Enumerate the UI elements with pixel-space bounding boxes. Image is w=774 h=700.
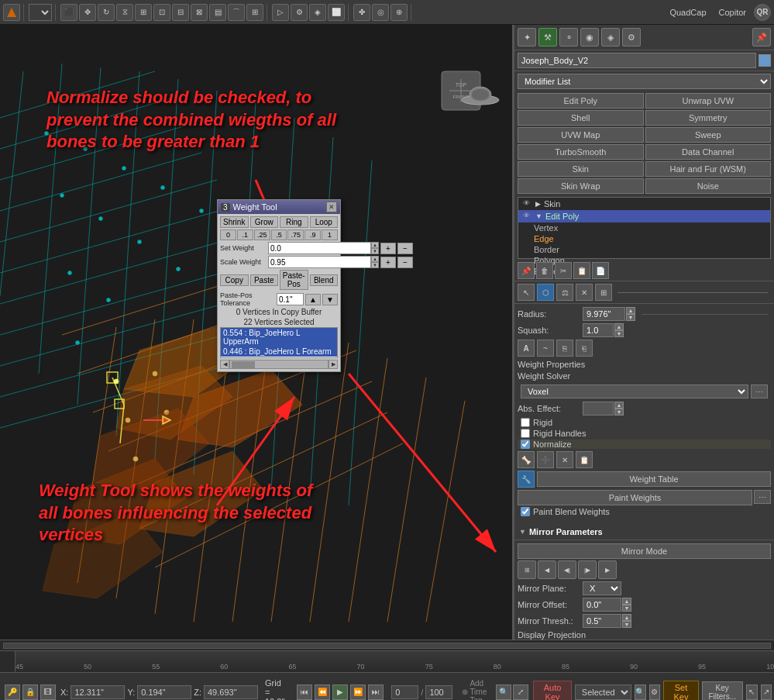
wt-tolerance-down[interactable]: ▼ [322,294,338,305]
weight-table-btn[interactable]: Weight Table [537,471,771,487]
snap2-btn[interactable]: ◎ [372,4,389,21]
select-tool-btn[interactable]: ⬛ [60,4,77,21]
curve-btn[interactable]: ⌒ [228,4,245,21]
app-logo[interactable] [3,4,20,21]
rp-stack-pin-btn[interactable]: 📌 [518,262,535,279]
status-icon-anim[interactable]: 🎞 [40,684,56,700]
wt-copy-btn[interactable]: Copy [220,274,249,286]
rp-utilities-icon[interactable]: ⚙ [622,28,641,47]
rp-mirror-nav-2[interactable]: ◀ [538,560,556,579]
tc-next-frame[interactable]: ⏩ [350,684,366,700]
rp-modifier-dropdown[interactable]: Modifier List [518,74,771,89]
bone-icon-2[interactable]: ➕ [537,451,554,468]
rp-rigid-checkbox[interactable] [521,418,530,427]
rp-normalize-checkbox[interactable] [521,440,530,449]
rp-stack-edge[interactable]: Edge [518,233,770,244]
rp-mod-btn-uvw-map[interactable]: UVW Map [518,127,644,143]
rp-mod-btn-hair-fur[interactable]: Hair and Fur (WSM) [645,161,772,177]
rp-radius-down[interactable]: ▼ [626,314,635,321]
timeline-scroll-track[interactable] [3,643,771,649]
wt-num-25[interactable]: .25 [254,229,270,240]
rp-mod-btn-skin[interactable]: Skin [518,161,644,177]
skin-param-icon-table[interactable]: ⊞ [595,284,612,301]
rp-skin-eye[interactable]: 👁 [523,199,532,209]
wt-num-1[interactable]: .1 [237,229,253,240]
wt-loop-btn[interactable]: Loop [310,216,339,228]
wt-num-5[interactable]: .5 [271,229,287,240]
rp-mod-btn-skin-wrap[interactable]: Skin Wrap [518,178,644,194]
material-btn[interactable]: ◈ [309,4,326,21]
tc-prev-frame[interactable]: ⏪ [315,684,330,700]
wt-grow-btn[interactable]: Grow [250,216,279,228]
rotate-tool-btn[interactable]: ↻ [98,4,115,21]
wt-scale-weight-up[interactable]: ▲ [371,256,379,262]
rp-mirror-params-header[interactable]: ▼ Mirror Parameters [514,524,774,540]
wt-tolerance-up[interactable]: ▲ [305,294,321,305]
status-selected-dropdown[interactable]: Selected [575,684,631,700]
nav-zoom[interactable]: 🔍 [496,684,511,700]
rp-stack-copy-btn[interactable]: 📋 [573,262,590,279]
rp-stack-vertex[interactable]: Vertex [518,222,770,233]
render-frame-btn[interactable]: ⬜ [328,4,345,21]
rp-mirror-offset-up[interactable]: ▲ [622,598,631,605]
ribbon-btn[interactable]: ⊞ [246,4,263,21]
status-settings-icon[interactable]: ⚙ [649,684,661,700]
wt-bone-listbox[interactable]: 0.554 : Bip_JoeHero L UpperArm 0.446 : B… [220,327,338,358]
wt-set-weight-input[interactable] [268,242,371,254]
rp-paint-weights-options[interactable]: ⋯ [754,490,771,504]
array-btn[interactable]: ⊟ [172,4,189,21]
rp-create-icon[interactable]: ✦ [518,28,536,47]
tc-go-end[interactable]: ⏭ [368,684,384,700]
rp-mod-btn-noise[interactable]: Noise [645,178,772,194]
rp-stack-cut-btn[interactable]: ✂ [555,262,572,279]
rp-stack-del-btn[interactable]: 🗑 [536,262,553,279]
rp-mod-btn-edit-poly[interactable]: Edit Poly [518,93,644,109]
rp-paint-weights-btn[interactable]: Paint Weights [518,490,752,505]
rp-mirror-offset-down[interactable]: ▼ [622,605,631,612]
rp-abs-effect-up[interactable]: ▲ [614,402,624,409]
wt-scale-weight-down[interactable]: ▼ [371,262,379,268]
skin-param-icon-delete[interactable]: ✕ [576,284,593,301]
y-input[interactable] [137,685,191,699]
rp-mod-btn-unwrap-uvw[interactable]: Unwrap UVW [645,93,772,109]
rp-paint-blend-checkbox[interactable] [521,507,530,516]
rp-display-icon[interactable]: ◈ [601,28,620,47]
rp-mod-btn-turbosmooth[interactable]: TurboSmooth [518,144,644,160]
time-end-input[interactable] [425,685,452,699]
rp-voxel-dropdown[interactable]: Voxel [521,384,748,398]
render-setup-btn[interactable]: ⚙ [291,4,308,21]
rp-mirror-nav-5[interactable]: ▶ [598,560,617,579]
rp-modify-icon[interactable]: ⚒ [538,28,557,47]
wt-bone-item-0[interactable]: 0.554 : Bip_JoeHero L UpperArm [221,328,337,347]
rp-radius-up[interactable]: ▲ [626,307,635,314]
wt-num-75[interactable]: .75 [287,229,304,240]
rp-voxel-options-btn[interactable]: ⋯ [751,384,768,398]
skin-param-icon-envelope[interactable]: ⬡ [537,284,554,301]
rp-squash-down[interactable]: ▼ [614,330,624,337]
rp-mod-btn-sweep[interactable]: Sweep [645,127,772,143]
bone-icon-1[interactable]: 🦴 [518,451,535,468]
status-search-icon[interactable]: 🔍 [635,684,646,700]
wt-scroll-right[interactable]: ▶ [329,360,338,369]
snap3-btn[interactable]: ⊕ [390,4,408,21]
transform-btn[interactable]: ⊞ [135,4,152,21]
rp-mirror-mode-btn[interactable]: Mirror Mode [518,543,771,559]
scale-tool-btn[interactable]: ⧖ [116,4,133,21]
weight-table-icon[interactable]: 🔧 [518,471,535,488]
wt-scale-weight-plus[interactable]: + [380,257,396,268]
mirror-btn[interactable]: ⊡ [153,4,170,21]
rp-radius-input[interactable] [583,307,625,321]
rp-abs-effect-input[interactable] [583,402,614,416]
skin-param-icon-cursor[interactable]: ↖ [518,284,535,301]
rp-mirror-thresh-down[interactable]: ▼ [622,621,631,628]
rp-stack-border[interactable]: Border [518,244,770,255]
rp-motion-icon[interactable]: ◉ [580,28,599,47]
rp-hierarchy-icon[interactable]: ⚬ [559,28,578,47]
rp-object-color[interactable] [759,54,771,67]
tc-go-start[interactable]: ⏮ [297,684,312,700]
rp-stack-paste-btn[interactable]: 📄 [592,262,609,279]
x-input[interactable] [71,685,125,699]
rp-mod-btn-shell[interactable]: Shell [518,110,644,126]
status-nav-2[interactable]: ↗ [761,684,772,700]
rp-squash-input[interactable] [583,323,614,337]
